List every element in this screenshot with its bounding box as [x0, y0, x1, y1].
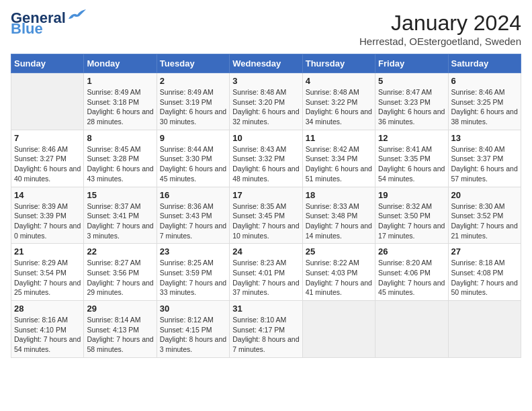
day-detail: Sunrise: 8:45 AM Sunset: 3:28 PM Dayligh… [87, 144, 153, 184]
calendar-header-tuesday: Tuesday [157, 54, 229, 73]
calendar-cell: 15Sunrise: 8:37 AM Sunset: 3:41 PM Dayli… [84, 187, 157, 244]
day-detail: Sunrise: 8:16 AM Sunset: 4:10 PM Dayligh… [14, 315, 81, 355]
day-number: 29 [87, 304, 153, 314]
day-number: 25 [306, 246, 372, 257]
calendar-cell: 10Sunrise: 8:43 AM Sunset: 3:32 PM Dayli… [230, 130, 302, 187]
calendar-cell: 12Sunrise: 8:41 AM Sunset: 3:35 PM Dayli… [375, 130, 448, 187]
calendar-week-row: 14Sunrise: 8:39 AM Sunset: 3:39 PM Dayli… [11, 187, 521, 244]
title-section: January 2024 Herrestad, OEstergoetland, … [359, 11, 521, 47]
calendar-cell: 23Sunrise: 8:25 AM Sunset: 3:59 PM Dayli… [157, 244, 229, 301]
calendar-cell: 20Sunrise: 8:30 AM Sunset: 3:52 PM Dayli… [448, 187, 521, 244]
day-number: 11 [306, 133, 372, 143]
day-number: 16 [160, 190, 226, 200]
day-number: 22 [87, 246, 153, 257]
calendar-cell: 14Sunrise: 8:39 AM Sunset: 3:39 PM Dayli… [11, 187, 84, 244]
day-number: 23 [160, 246, 226, 257]
calendar-cell: 19Sunrise: 8:32 AM Sunset: 3:50 PM Dayli… [375, 187, 448, 244]
day-number: 6 [451, 76, 518, 86]
calendar-header-saturday: Saturday [448, 54, 521, 73]
logo: General Blue [11, 11, 87, 38]
page-title: January 2024 [359, 11, 521, 36]
day-detail: Sunrise: 8:36 AM Sunset: 3:43 PM Dayligh… [160, 201, 226, 241]
day-detail: Sunrise: 8:41 AM Sunset: 3:35 PM Dayligh… [378, 144, 445, 184]
calendar-cell [375, 301, 448, 358]
day-number: 2 [160, 76, 226, 86]
calendar-cell: 26Sunrise: 8:20 AM Sunset: 4:06 PM Dayli… [375, 244, 448, 301]
calendar-cell: 13Sunrise: 8:40 AM Sunset: 3:37 PM Dayli… [448, 130, 521, 187]
day-number: 28 [14, 304, 81, 314]
calendar-cell: 9Sunrise: 8:44 AM Sunset: 3:30 PM Daylig… [157, 130, 229, 187]
day-number: 15 [87, 190, 153, 200]
day-number: 3 [232, 76, 299, 86]
day-detail: Sunrise: 8:49 AM Sunset: 3:18 PM Dayligh… [87, 87, 153, 127]
calendar-week-row: 21Sunrise: 8:29 AM Sunset: 3:54 PM Dayli… [11, 244, 521, 301]
calendar-header-row: SundayMondayTuesdayWednesdayThursdayFrid… [11, 54, 521, 73]
day-detail: Sunrise: 8:33 AM Sunset: 3:48 PM Dayligh… [306, 201, 372, 241]
day-detail: Sunrise: 8:46 AM Sunset: 3:25 PM Dayligh… [451, 87, 518, 127]
day-number: 14 [14, 190, 81, 200]
day-detail: Sunrise: 8:14 AM Sunset: 4:13 PM Dayligh… [87, 315, 153, 355]
day-detail: Sunrise: 8:20 AM Sunset: 4:06 PM Dayligh… [378, 258, 445, 298]
day-detail: Sunrise: 8:30 AM Sunset: 3:52 PM Dayligh… [451, 201, 518, 241]
day-number: 8 [87, 133, 153, 143]
calendar-cell: 16Sunrise: 8:36 AM Sunset: 3:43 PM Dayli… [157, 187, 229, 244]
calendar-cell: 24Sunrise: 8:23 AM Sunset: 4:01 PM Dayli… [230, 244, 302, 301]
day-number: 19 [378, 190, 445, 200]
calendar-cell [302, 301, 375, 358]
calendar-cell: 29Sunrise: 8:14 AM Sunset: 4:13 PM Dayli… [84, 301, 157, 358]
page-subtitle: Herrestad, OEstergoetland, Sweden [359, 36, 521, 47]
calendar-header-wednesday: Wednesday [230, 54, 302, 73]
day-detail: Sunrise: 8:22 AM Sunset: 4:03 PM Dayligh… [306, 258, 372, 298]
day-detail: Sunrise: 8:25 AM Sunset: 3:59 PM Dayligh… [160, 258, 226, 298]
day-number: 24 [232, 246, 299, 257]
day-number: 5 [378, 76, 445, 86]
day-detail: Sunrise: 8:37 AM Sunset: 3:41 PM Dayligh… [87, 201, 153, 241]
calendar-cell: 4Sunrise: 8:48 AM Sunset: 3:22 PM Daylig… [302, 73, 375, 130]
day-detail: Sunrise: 8:32 AM Sunset: 3:50 PM Dayligh… [378, 201, 445, 241]
day-number: 26 [378, 246, 445, 257]
calendar-week-row: 7Sunrise: 8:46 AM Sunset: 3:27 PM Daylig… [11, 130, 521, 187]
day-number: 9 [160, 133, 226, 143]
day-detail: Sunrise: 8:40 AM Sunset: 3:37 PM Dayligh… [451, 144, 518, 184]
calendar-week-row: 28Sunrise: 8:16 AM Sunset: 4:10 PM Dayli… [11, 301, 521, 358]
calendar-cell [448, 301, 521, 358]
calendar-cell: 30Sunrise: 8:12 AM Sunset: 4:15 PM Dayli… [157, 301, 229, 358]
day-number: 31 [232, 304, 299, 314]
calendar-cell: 25Sunrise: 8:22 AM Sunset: 4:03 PM Dayli… [302, 244, 375, 301]
calendar-header-friday: Friday [375, 54, 448, 73]
calendar-cell: 22Sunrise: 8:27 AM Sunset: 3:56 PM Dayli… [84, 244, 157, 301]
calendar-cell: 31Sunrise: 8:10 AM Sunset: 4:17 PM Dayli… [230, 301, 302, 358]
calendar-cell [11, 73, 84, 130]
day-detail: Sunrise: 8:43 AM Sunset: 3:32 PM Dayligh… [232, 144, 299, 184]
day-number: 1 [87, 76, 153, 86]
day-detail: Sunrise: 8:12 AM Sunset: 4:15 PM Dayligh… [160, 315, 226, 355]
day-detail: Sunrise: 8:49 AM Sunset: 3:19 PM Dayligh… [160, 87, 226, 127]
calendar-cell: 2Sunrise: 8:49 AM Sunset: 3:19 PM Daylig… [157, 73, 229, 130]
calendar-table: SundayMondayTuesdayWednesdayThursdayFrid… [11, 54, 521, 358]
day-detail: Sunrise: 8:10 AM Sunset: 4:17 PM Dayligh… [232, 315, 299, 355]
day-detail: Sunrise: 8:46 AM Sunset: 3:27 PM Dayligh… [14, 144, 81, 184]
day-number: 20 [451, 190, 518, 200]
calendar-cell: 5Sunrise: 8:47 AM Sunset: 3:23 PM Daylig… [375, 73, 448, 130]
calendar-cell: 6Sunrise: 8:46 AM Sunset: 3:25 PM Daylig… [448, 73, 521, 130]
day-number: 17 [232, 190, 299, 200]
calendar-cell: 21Sunrise: 8:29 AM Sunset: 3:54 PM Dayli… [11, 244, 84, 301]
calendar-header-sunday: Sunday [11, 54, 84, 73]
day-number: 27 [451, 246, 518, 257]
day-number: 21 [14, 246, 81, 257]
day-number: 10 [232, 133, 299, 143]
day-detail: Sunrise: 8:48 AM Sunset: 3:20 PM Dayligh… [232, 87, 299, 127]
day-detail: Sunrise: 8:27 AM Sunset: 3:56 PM Dayligh… [87, 258, 153, 298]
day-detail: Sunrise: 8:47 AM Sunset: 3:23 PM Dayligh… [378, 87, 445, 127]
day-detail: Sunrise: 8:18 AM Sunset: 4:08 PM Dayligh… [451, 258, 518, 298]
day-detail: Sunrise: 8:44 AM Sunset: 3:30 PM Dayligh… [160, 144, 226, 184]
calendar-cell: 27Sunrise: 8:18 AM Sunset: 4:08 PM Dayli… [448, 244, 521, 301]
calendar-week-row: 1Sunrise: 8:49 AM Sunset: 3:18 PM Daylig… [11, 73, 521, 130]
day-detail: Sunrise: 8:42 AM Sunset: 3:34 PM Dayligh… [306, 144, 372, 184]
day-number: 4 [306, 76, 372, 86]
calendar-cell: 8Sunrise: 8:45 AM Sunset: 3:28 PM Daylig… [84, 130, 157, 187]
day-detail: Sunrise: 8:48 AM Sunset: 3:22 PM Dayligh… [306, 87, 372, 127]
calendar-cell: 1Sunrise: 8:49 AM Sunset: 3:18 PM Daylig… [84, 73, 157, 130]
calendar-cell: 17Sunrise: 8:35 AM Sunset: 3:45 PM Dayli… [230, 187, 302, 244]
calendar-cell: 7Sunrise: 8:46 AM Sunset: 3:27 PM Daylig… [11, 130, 84, 187]
